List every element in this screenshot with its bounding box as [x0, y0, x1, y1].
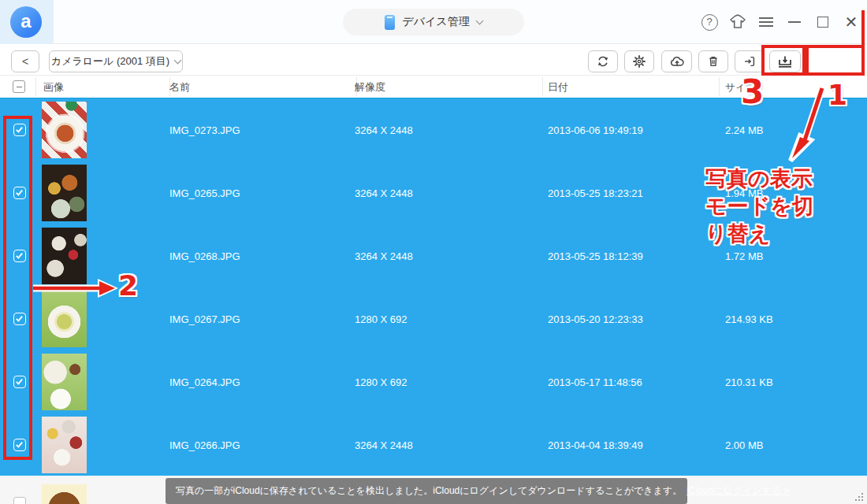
chevron-down-icon — [475, 17, 483, 24]
album-dropdown-label: カメラロール (2001 項目) — [51, 54, 169, 69]
photo-name: IMG_0267.JPG — [169, 313, 240, 325]
table-row[interactable]: IMG_0273.JPG 3264 X 2448 2013-06-06 19:4… — [0, 98, 867, 161]
theme-button[interactable] — [728, 13, 747, 32]
toolbar: < カメラロール (2001 項目) — [0, 45, 867, 76]
photo-date: 2013-05-25 18:23:21 — [548, 187, 643, 199]
photo-date: 2013-05-17 11:48:56 — [548, 376, 642, 388]
cloud-upload-icon — [669, 54, 685, 69]
maximize-icon — [817, 17, 828, 28]
device-manager-label: デバイス管理 — [402, 15, 469, 29]
photo-size: 2.24 MB — [725, 124, 763, 136]
question-icon: ? — [701, 14, 718, 31]
photo-resolution: 3264 X 2448 — [355, 124, 413, 136]
minimize-button[interactable] — [785, 13, 804, 32]
delete-button[interactable] — [698, 50, 728, 72]
phone-icon — [385, 15, 395, 30]
photo-name: IMG_0273.JPG — [169, 124, 240, 136]
trash-icon — [706, 54, 720, 69]
photo-thumbnail[interactable] — [42, 102, 87, 158]
photo-resolution: 1280 X 692 — [355, 313, 407, 325]
help-button[interactable]: ? — [700, 13, 719, 32]
photo-thumbnail[interactable] — [42, 165, 87, 221]
header-name[interactable]: 名前 — [169, 80, 190, 94]
app-logo-icon[interactable]: a — [10, 6, 42, 38]
photo-size: 214.93 KB — [725, 313, 773, 325]
back-button[interactable]: < — [11, 50, 39, 72]
icloud-login-link[interactable]: iCloudにログインする > — [687, 484, 789, 498]
photo-resolution: 3264 X 2448 — [355, 187, 413, 199]
photo-size: 2.00 MB — [725, 439, 763, 451]
device-manager-switcher[interactable]: デバイス管理 — [343, 9, 524, 35]
photo-date: 2013-05-20 12:23:33 — [548, 313, 643, 325]
header-resolution[interactable]: 解像度 — [355, 80, 385, 94]
gear-icon — [632, 54, 646, 69]
album-dropdown[interactable]: カメラロール (2001 項目) — [49, 50, 183, 72]
annotation-edge-mark — [861, 10, 865, 46]
photo-name: IMG_0268.JPG — [169, 250, 240, 262]
photo-size: 210.31 KB — [725, 376, 773, 388]
photo-resolution: 3264 X 2448 — [355, 250, 413, 262]
export-arrow-icon — [742, 54, 757, 69]
annotation-arrow-2 — [30, 277, 121, 299]
refresh-icon — [596, 54, 610, 69]
tshirt-icon — [728, 14, 747, 30]
maximize-button[interactable] — [813, 13, 832, 32]
icloud-toast: 写真の一部がiCloudに保存されていることを検出しました。iCloudにログイ… — [166, 478, 687, 504]
annotation-caption: 写真の表示 モードを切 り替え — [705, 165, 863, 248]
table-row[interactable]: IMG_0264.JPG 1280 X 692 2013-05-17 11:48… — [0, 350, 867, 413]
row-checkbox-unchecked[interactable] — [13, 497, 26, 504]
annotation-arrow-1 — [776, 79, 835, 165]
annotation-to-computer-box — [761, 45, 806, 76]
photo-date: 2013-06-06 19:49:19 — [548, 124, 643, 136]
send-to-device-button[interactable] — [735, 50, 765, 72]
photo-name: IMG_0265.JPG — [169, 187, 240, 199]
menu-button[interactable] — [757, 13, 776, 32]
cloud-upload-button[interactable] — [661, 50, 692, 72]
photo-date: 2013-05-25 18:12:39 — [548, 250, 643, 262]
photo-name: IMG_0264.JPG — [169, 376, 240, 388]
annotation-checkbox-column-box — [3, 116, 32, 460]
header-date[interactable]: 日付 — [548, 80, 568, 94]
close-button[interactable]: ✕ — [842, 13, 861, 32]
toast-message: 写真の一部がiCloudに保存されていることを検出しました。iCloudにログイ… — [176, 484, 682, 498]
photo-resolution: 1280 X 692 — [355, 376, 407, 388]
photo-date: 2013-04-04 18:39:49 — [548, 439, 643, 451]
table-header: 画像 名前 解像度 日付 サイズ — [0, 76, 867, 98]
titlebar: a デバイス管理 ? ✕ — [0, 0, 867, 44]
logo-block: a — [0, 0, 54, 44]
photo-name: IMG_0266.JPG — [169, 439, 240, 451]
anytrans-window: a デバイス管理 ? ✕ < カメラロール (2001 項目) — [0, 0, 867, 504]
photo-resolution: 3264 X 2448 — [355, 439, 413, 451]
resize-grip[interactable] — [854, 492, 864, 502]
header-image[interactable]: 画像 — [43, 80, 64, 94]
annotation-view-switch-box — [806, 45, 865, 76]
annotation-number-2: 2 — [118, 269, 138, 302]
photo-thumbnail[interactable] — [42, 417, 87, 473]
select-all-checkbox[interactable] — [13, 80, 25, 93]
photo-thumbnail[interactable] — [42, 228, 87, 284]
photo-size: 1.72 MB — [725, 250, 763, 262]
minimize-icon — [788, 21, 801, 23]
table-row[interactable]: IMG_0266.JPG 3264 X 2448 2013-04-04 18:3… — [0, 413, 867, 476]
annotation-number-3: 3 — [741, 72, 764, 111]
chevron-down-icon — [174, 56, 182, 64]
refresh-button[interactable] — [588, 50, 618, 72]
settings-button[interactable] — [624, 50, 654, 72]
hamburger-icon — [759, 17, 773, 27]
close-icon: ✕ — [845, 14, 858, 30]
photo-thumbnail[interactable] — [42, 354, 87, 410]
photo-thumbnail-partial[interactable] — [42, 484, 87, 504]
